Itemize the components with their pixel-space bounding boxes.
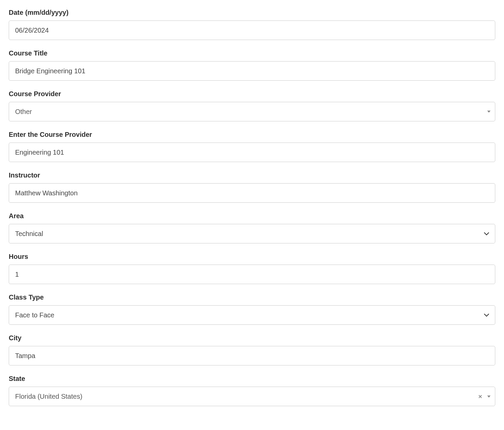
instructor-group: Instructor <box>9 171 495 203</box>
triangle-down-icon[interactable] <box>487 111 491 113</box>
enter-course-provider-group: Enter the Course Provider <box>9 131 495 162</box>
city-input[interactable] <box>9 346 495 365</box>
enter-course-provider-label: Enter the Course Provider <box>9 131 495 139</box>
course-provider-value: Other <box>15 108 32 115</box>
area-label: Area <box>9 212 495 220</box>
area-select[interactable]: Technical <box>9 224 495 243</box>
state-controls: ✕ <box>478 394 491 399</box>
course-provider-select[interactable]: Other <box>9 102 495 121</box>
date-group: Date (mm/dd/yyyy) <box>9 9 495 40</box>
state-select[interactable]: Florida (United States) <box>9 387 495 406</box>
instructor-label: Instructor <box>9 171 495 179</box>
class-type-value: Face to Face <box>15 311 54 319</box>
class-type-select-wrapper: Face to Face <box>9 305 495 325</box>
course-provider-label: Course Provider <box>9 90 495 98</box>
course-title-label: Course Title <box>9 49 495 57</box>
class-type-select[interactable]: Face to Face <box>9 305 495 325</box>
hours-input[interactable] <box>9 265 495 284</box>
course-provider-combo-wrapper: Other <box>9 102 495 121</box>
course-provider-controls <box>487 111 491 113</box>
state-label: State <box>9 375 495 383</box>
course-title-group: Course Title <box>9 49 495 81</box>
course-title-input[interactable] <box>9 61 495 81</box>
enter-course-provider-input[interactable] <box>9 143 495 162</box>
hours-group: Hours <box>9 253 495 284</box>
instructor-input[interactable] <box>9 183 495 203</box>
city-label: City <box>9 334 495 342</box>
state-group: State Florida (United States) ✕ <box>9 375 495 406</box>
class-type-group: Class Type Face to Face <box>9 294 495 325</box>
course-provider-group: Course Provider Other <box>9 90 495 121</box>
clear-icon[interactable]: ✕ <box>478 394 482 399</box>
area-select-wrapper: Technical <box>9 224 495 243</box>
area-group: Area Technical <box>9 212 495 243</box>
triangle-down-icon[interactable] <box>487 395 491 397</box>
course-form: Date (mm/dd/yyyy) Course Title Course Pr… <box>9 9 495 406</box>
class-type-label: Class Type <box>9 294 495 301</box>
hours-label: Hours <box>9 253 495 261</box>
area-value: Technical <box>15 230 43 237</box>
date-input[interactable] <box>9 21 495 40</box>
state-combo-wrapper: Florida (United States) ✕ <box>9 387 495 406</box>
state-value: Florida (United States) <box>15 393 82 400</box>
date-label: Date (mm/dd/yyyy) <box>9 9 495 16</box>
city-group: City <box>9 334 495 365</box>
